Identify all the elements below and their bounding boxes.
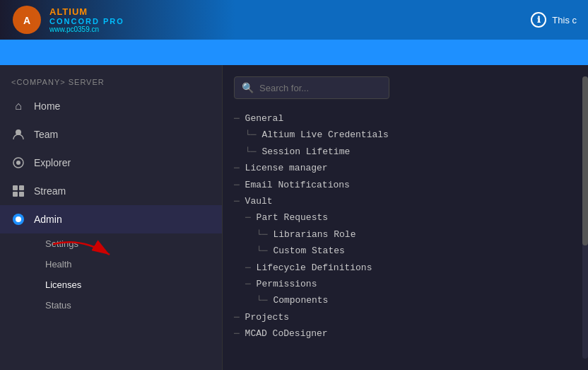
logo-subtitle: CONCORD PRO [49, 17, 124, 25]
logo-text-area: ALTIUM CONCORD PRO www.pc0359.cn [49, 6, 124, 33]
logo-icon: A [11, 4, 42, 35]
logo-area: A ALTIUM CONCORD PRO www.pc0359.cn [11, 4, 124, 35]
sidebar-item-explorer[interactable]: Explorer [0, 149, 222, 177]
tree-altium-live[interactable]: └─ Altium Live Credentials [234, 127, 577, 143]
sidebar-item-stream[interactable]: Stream [0, 177, 222, 205]
scrollbar-thumb[interactable] [582, 76, 588, 245]
sidebar-item-admin[interactable]: Admin [0, 205, 222, 233]
explorer-icon [11, 156, 25, 170]
search-input[interactable] [259, 83, 382, 93]
home-icon: ⌂ [11, 99, 25, 113]
tree-components[interactable]: └─ Components [234, 292, 577, 308]
tree-custom-states[interactable]: └─ Custom States [234, 243, 577, 259]
tree-part-requests[interactable]: ─ Part Requests [234, 209, 577, 226]
svg-rect-7 [13, 192, 18, 197]
content-area: 🔍 ─ General └─ Altium Live Credentials └… [223, 65, 588, 370]
sidebar-stream-label: Stream [34, 185, 66, 197]
sidebar: <COMPANY> SERVER ⌂ Home Team Explorer St… [0, 65, 223, 370]
scrollbar-track[interactable] [582, 76, 588, 359]
search-icon: 🔍 [242, 82, 254, 93]
header-info-label: This c [552, 15, 577, 25]
logo-url: www.pc0359.cn [49, 25, 124, 33]
admin-icon [11, 212, 25, 226]
sidebar-item-home[interactable]: ⌂ Home [0, 92, 222, 120]
svg-rect-6 [19, 185, 24, 190]
tree-permissions[interactable]: ─ Permissions [234, 276, 577, 292]
tree-general[interactable]: ─ General [234, 110, 577, 127]
admin-subitem-licenses[interactable]: Licenses [34, 274, 222, 295]
sidebar-admin-label: Admin [34, 214, 62, 225]
tree-projects[interactable]: ─ Projects [234, 309, 577, 325]
svg-point-10 [16, 216, 21, 222]
tree-vault[interactable]: ─ Vault [234, 193, 577, 209]
sidebar-home-label: Home [34, 100, 60, 112]
sidebar-explorer-label: Explorer [34, 157, 71, 168]
svg-rect-8 [19, 192, 24, 197]
tree-mcad[interactable]: ─ MCAD CoDesigner [234, 325, 577, 342]
admin-subitems: Settings Health Licenses Status [0, 233, 222, 316]
sidebar-team-label: Team [34, 129, 58, 140]
svg-point-4 [16, 161, 20, 165]
stream-icon [11, 184, 25, 198]
svg-text:A: A [23, 15, 30, 26]
header-right: ℹ This c [531, 12, 577, 28]
info-icon[interactable]: ℹ [531, 12, 546, 28]
settings-tree: ─ General └─ Altium Live Credentials └─ … [234, 110, 577, 342]
main-layout: <COMPANY> SERVER ⌂ Home Team Explorer St… [0, 65, 588, 370]
tree-license-mgr[interactable]: ─ License manager [234, 160, 577, 176]
search-bar[interactable]: 🔍 [234, 76, 389, 99]
team-icon [11, 127, 25, 141]
company-label: <COMPANY> SERVER [0, 71, 222, 92]
admin-subitem-settings[interactable]: Settings [34, 233, 222, 254]
sidebar-item-team[interactable]: Team [0, 120, 222, 149]
tree-email-notif[interactable]: ─ Email Notifications [234, 177, 577, 193]
logo-title: ALTIUM [49, 6, 124, 17]
admin-subitem-status[interactable]: Status [34, 295, 222, 316]
header-bar: A ALTIUM CONCORD PRO www.pc0359.cn ℹ Thi… [0, 0, 588, 40]
tree-librarians-role[interactable]: └─ Librarians Role [234, 226, 577, 243]
nav-bar [0, 40, 588, 65]
svg-rect-5 [13, 185, 18, 190]
tree-session[interactable]: └─ Session Lifetime [234, 144, 577, 160]
tree-lifecycle-def[interactable]: ─ Lifecycle Definitions [234, 260, 577, 276]
admin-subitem-health[interactable]: Health [34, 254, 222, 274]
